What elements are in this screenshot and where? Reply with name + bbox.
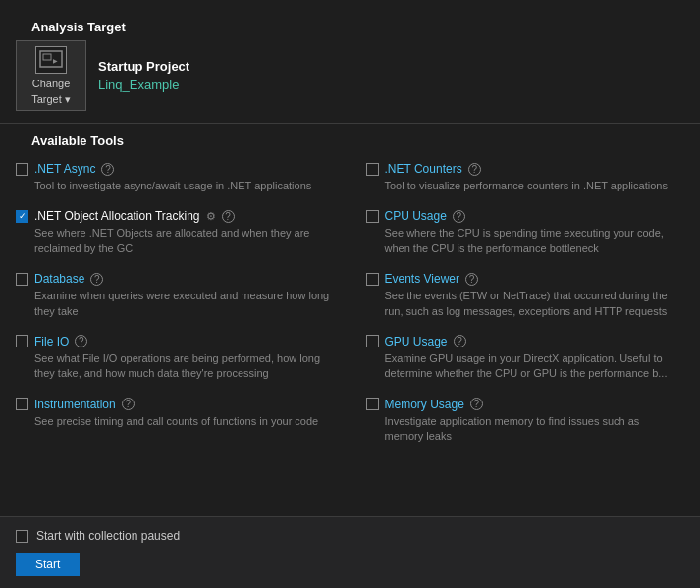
tool-events-viewer-info-icon[interactable]: ? <box>465 273 478 286</box>
tool-net-object-allocation-checkbox[interactable] <box>16 210 28 223</box>
tool-database: Database ? Examine when queries were exe… <box>16 264 350 327</box>
svg-text:▶: ▶ <box>53 58 58 64</box>
tool-file-io-name: File IO <box>34 335 69 348</box>
tool-database-info-icon[interactable]: ? <box>90 273 103 286</box>
tool-net-counters-name: .NET Counters <box>385 162 462 176</box>
analysis-target-section: Analysis Target ▶ Change Target ▾ Startu… <box>0 0 700 123</box>
tool-memory-usage-info-icon[interactable]: ? <box>470 398 483 410</box>
tool-cpu-usage-header: CPU Usage ? <box>366 209 670 223</box>
tool-file-io-info-icon[interactable]: ? <box>75 335 87 347</box>
tool-memory-usage-checkbox[interactable] <box>366 398 379 410</box>
tool-net-object-allocation-name: .NET Object Allocation Tracking <box>34 209 200 223</box>
tool-cpu-usage-desc: See where the CPU is spending time execu… <box>385 226 670 256</box>
tools-left-col: .NET Async ? Tool to investigate async/a… <box>16 154 350 453</box>
change-target-button[interactable]: ▶ Change Target ▾ <box>16 40 86 111</box>
tool-file-io-checkbox[interactable] <box>16 335 28 347</box>
target-dropdown-label: Target ▾ <box>31 93 71 106</box>
tool-cpu-usage-checkbox[interactable] <box>366 210 379 223</box>
tools-right-col: .NET Counters ? Tool to visualize perfor… <box>350 154 685 453</box>
tool-net-counters-checkbox[interactable] <box>366 163 379 176</box>
change-label: Change <box>32 78 71 89</box>
tool-gpu-usage-header: GPU Usage ? <box>366 335 670 348</box>
tool-file-io-header: File IO ? <box>16 335 335 348</box>
tool-net-object-allocation-info-icon[interactable]: ? <box>222 210 235 223</box>
tool-file-io: File IO ? See what File I/O operations a… <box>16 327 350 390</box>
tool-cpu-usage-name: CPU Usage <box>385 209 447 223</box>
tool-instrumentation-header: Instrumentation ? <box>16 398 335 411</box>
tool-gpu-usage-name: GPU Usage <box>385 335 448 348</box>
tool-events-viewer-checkbox[interactable] <box>366 273 379 286</box>
analysis-target-title: Analysis Target <box>16 10 684 40</box>
tool-net-counters-desc: Tool to visualize performance counters i… <box>385 179 670 193</box>
tool-net-async-name: .NET Async <box>34 162 95 176</box>
project-name: Linq_Example <box>98 78 189 92</box>
tool-instrumentation-checkbox[interactable] <box>16 398 28 410</box>
tool-instrumentation-name: Instrumentation <box>34 398 116 411</box>
tools-grid: .NET Async ? Tool to investigate async/a… <box>16 154 684 453</box>
tool-events-viewer-name: Events Viewer <box>385 272 459 286</box>
tool-net-async-checkbox[interactable] <box>16 163 28 176</box>
available-tools-section: Available Tools .NET Async ? Tool to inv… <box>0 124 700 460</box>
collection-paused-label: Start with collection paused <box>36 529 180 543</box>
tool-events-viewer-desc: See the events (ETW or NetTrace) that oc… <box>385 289 670 319</box>
tool-net-object-allocation: .NET Object Allocation Tracking ⚙ ? See … <box>16 201 350 264</box>
tool-net-object-allocation-desc: See where .NET Objects are allocated and… <box>34 226 335 256</box>
tool-gpu-usage-desc: Examine GPU usage in your DirectX applic… <box>385 351 670 382</box>
target-row: ▶ Change Target ▾ Startup Project Linq_E… <box>16 40 684 111</box>
tool-gpu-usage-info-icon[interactable]: ? <box>454 335 466 347</box>
tool-net-async-desc: Tool to investigate async/await usage in… <box>34 179 335 193</box>
tool-net-async-info-icon[interactable]: ? <box>101 163 114 176</box>
tool-database-header: Database ? <box>16 272 335 286</box>
tool-memory-usage: Memory Usage ? Investigate application m… <box>350 390 685 453</box>
startup-project-label: Startup Project <box>98 59 189 74</box>
tool-cpu-usage: CPU Usage ? See where the CPU is spendin… <box>350 201 685 264</box>
tool-database-desc: Examine when queries were executed and m… <box>34 289 335 319</box>
tool-memory-usage-header: Memory Usage ? <box>366 398 670 411</box>
tool-instrumentation-desc: See precise timing and call counts of fu… <box>34 414 335 429</box>
bottom-section: Start with collection paused Start <box>0 516 700 588</box>
tool-memory-usage-name: Memory Usage <box>385 398 464 411</box>
tool-net-counters-info-icon[interactable]: ? <box>468 163 481 176</box>
tool-net-async: .NET Async ? Tool to investigate async/a… <box>16 154 350 201</box>
tool-instrumentation-info-icon[interactable]: ? <box>122 398 135 410</box>
tool-instrumentation: Instrumentation ? See precise timing and… <box>16 390 350 437</box>
tool-events-viewer: Events Viewer ? See the events (ETW or N… <box>350 264 685 327</box>
tool-net-async-header: .NET Async ? <box>16 162 335 176</box>
target-icon: ▶ <box>35 46 67 74</box>
tool-database-checkbox[interactable] <box>16 273 28 286</box>
tool-net-object-allocation-gear-icon[interactable]: ⚙ <box>206 210 216 223</box>
tool-events-viewer-header: Events Viewer ? <box>366 272 670 286</box>
tool-database-name: Database <box>34 272 84 286</box>
target-info: Startup Project Linq_Example <box>98 59 189 92</box>
start-button[interactable]: Start <box>16 553 80 576</box>
collection-row: Start with collection paused <box>16 529 684 543</box>
tool-memory-usage-desc: Investigate application memory to find i… <box>385 414 670 445</box>
svg-rect-1 <box>43 54 51 60</box>
tool-net-object-allocation-header: .NET Object Allocation Tracking ⚙ ? <box>16 209 335 223</box>
tool-cpu-usage-info-icon[interactable]: ? <box>453 210 465 223</box>
tool-net-counters-header: .NET Counters ? <box>366 162 670 176</box>
available-tools-title: Available Tools <box>16 124 684 154</box>
tool-file-io-desc: See what File I/O operations are being p… <box>34 351 335 382</box>
tool-gpu-usage-checkbox[interactable] <box>366 335 379 347</box>
tool-gpu-usage: GPU Usage ? Examine GPU usage in your Di… <box>350 327 685 390</box>
collection-paused-checkbox[interactable] <box>16 530 28 543</box>
tool-net-counters: .NET Counters ? Tool to visualize perfor… <box>350 154 685 201</box>
